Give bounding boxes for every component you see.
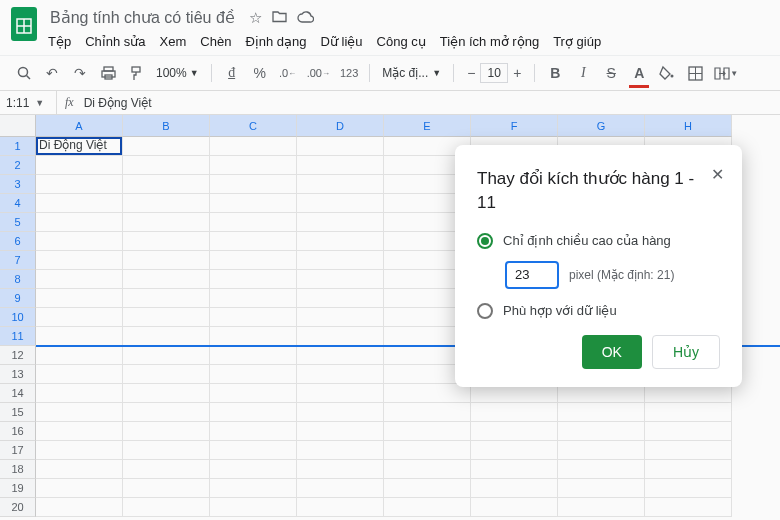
resize-rows-dialog: Thay đổi kích thước hàng 1 - 11 ✕ Chỉ đị…: [455, 145, 742, 387]
radio-icon: [477, 233, 493, 249]
radio-specify-height[interactable]: Chỉ định chiều cao của hàng: [477, 233, 720, 249]
radio-label: Phù hợp với dữ liệu: [503, 303, 617, 318]
cancel-button[interactable]: Hủy: [652, 335, 720, 369]
ok-button[interactable]: OK: [582, 335, 642, 369]
radio-label: Chỉ định chiều cao của hàng: [503, 233, 671, 248]
dialog-title: Thay đổi kích thước hàng 1 - 11: [477, 167, 720, 215]
radio-fit-data[interactable]: Phù hợp với dữ liệu: [477, 303, 720, 319]
radio-icon: [477, 303, 493, 319]
row-height-input[interactable]: [505, 261, 559, 289]
px-label: pixel (Mặc định: 21): [569, 268, 674, 282]
close-icon[interactable]: ✕: [711, 165, 724, 184]
